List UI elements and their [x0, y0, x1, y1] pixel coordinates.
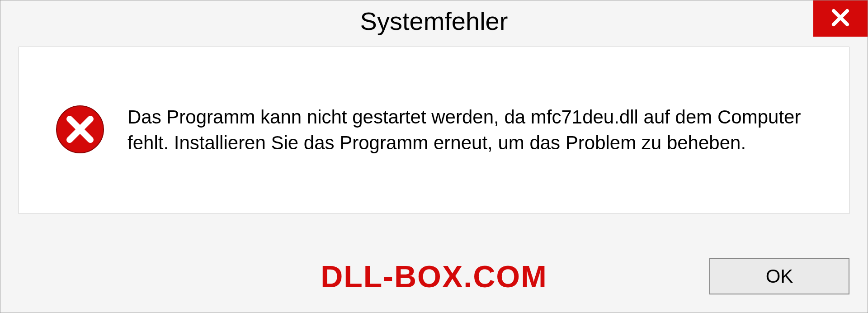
footer: DLL-BOX.COM OK — [0, 240, 868, 313]
close-icon — [829, 6, 852, 31]
ok-button[interactable]: OK — [709, 258, 849, 294]
watermark-text: DLL-BOX.COM — [321, 259, 547, 294]
content-area: Das Programm kann nicht gestartet werden… — [19, 47, 849, 214]
close-button[interactable] — [813, 0, 868, 37]
error-dialog: Systemfehler Das Programm kann nicht ges… — [0, 0, 868, 313]
error-icon — [55, 104, 105, 156]
dialog-title: Systemfehler — [360, 6, 508, 36]
titlebar: Systemfehler — [0, 0, 868, 41]
error-message: Das Programm kann nicht gestartet werden… — [127, 104, 831, 156]
